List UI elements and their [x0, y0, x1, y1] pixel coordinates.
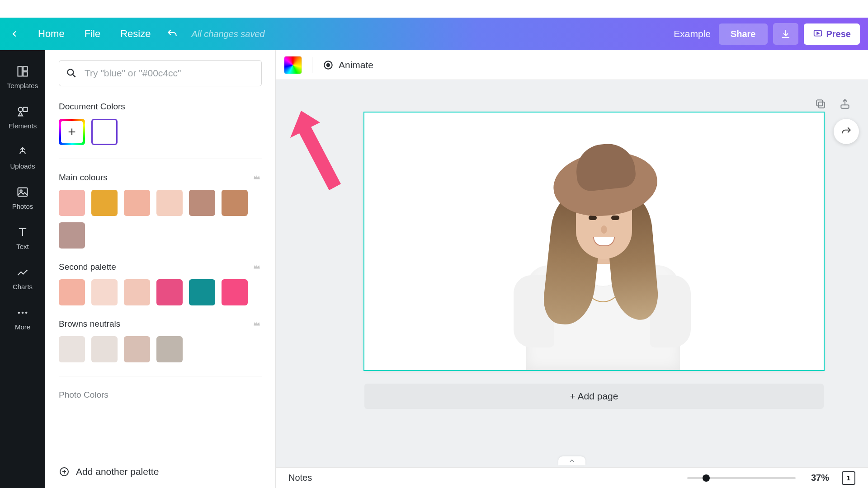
- color-swatch[interactable]: [124, 336, 150, 362]
- notes-button[interactable]: Notes: [288, 473, 312, 483]
- rail-more[interactable]: More: [0, 300, 45, 340]
- uploads-icon: [16, 145, 29, 159]
- text-icon: [16, 225, 29, 239]
- color-swatch[interactable]: [124, 190, 150, 216]
- color-swatch[interactable]: [91, 336, 118, 362]
- background-color-button[interactable]: [284, 56, 302, 74]
- svg-point-5: [19, 108, 23, 112]
- charts-icon: [16, 266, 29, 279]
- rail-label: More: [15, 323, 30, 331]
- add-color-button[interactable]: +: [59, 119, 85, 145]
- crown-icon: [253, 319, 262, 328]
- svg-line-14: [73, 75, 75, 77]
- add-page-button[interactable]: + Add page: [364, 384, 824, 409]
- toolbar-separator: [312, 57, 312, 73]
- zoom-value[interactable]: 37%: [811, 473, 829, 483]
- resize-menu[interactable]: Resize: [110, 28, 160, 40]
- tutorial-arrow: [288, 107, 351, 197]
- browns-title: Browns neutrals: [59, 319, 120, 329]
- svg-point-10: [18, 312, 20, 314]
- color-swatch[interactable]: [156, 279, 183, 305]
- svg-rect-4: [23, 72, 27, 76]
- save-status: All changes saved: [191, 29, 264, 39]
- templates-icon: [16, 65, 29, 78]
- doc-color-white[interactable]: [91, 119, 118, 145]
- color-swatch[interactable]: [222, 190, 248, 216]
- color-search-input[interactable]: [85, 68, 255, 79]
- svg-point-13: [67, 69, 73, 75]
- file-menu[interactable]: File: [75, 28, 110, 40]
- zoom-slider-knob[interactable]: [703, 474, 710, 482]
- svg-point-11: [22, 312, 24, 314]
- svg-rect-3: [23, 67, 27, 71]
- zoom-slider[interactable]: [687, 477, 796, 479]
- search-icon: [66, 67, 77, 79]
- rail-uploads[interactable]: Uploads: [0, 139, 45, 179]
- left-rail: Templates Elements Uploads Photos Text C…: [0, 50, 45, 488]
- svg-marker-7: [19, 112, 23, 116]
- color-swatch[interactable]: [91, 190, 118, 216]
- page-count[interactable]: 1: [842, 471, 855, 485]
- rail-label: Templates: [7, 82, 38, 89]
- home-menu[interactable]: Home: [28, 28, 75, 40]
- duplicate-page-button[interactable]: [815, 98, 828, 112]
- color-swatch[interactable]: [124, 279, 150, 305]
- canvas-photo[interactable]: [505, 140, 694, 370]
- color-swatch[interactable]: [91, 279, 118, 305]
- animate-button[interactable]: Animate: [322, 59, 373, 71]
- color-swatch[interactable]: [156, 190, 183, 216]
- rail-photos[interactable]: Photos: [0, 179, 45, 219]
- photos-icon: [16, 185, 29, 199]
- present-button[interactable]: Prese: [804, 23, 860, 45]
- rail-label: Elements: [9, 122, 37, 130]
- color-panel: Document Colors + Main colours Second pa…: [45, 50, 276, 488]
- svg-point-12: [25, 312, 28, 314]
- photo-colors-title: Photo Colors: [59, 390, 262, 400]
- add-palette-button[interactable]: Add another palette: [59, 466, 159, 477]
- svg-rect-2: [18, 67, 22, 76]
- share-button[interactable]: Share: [719, 23, 768, 45]
- crown-icon: [253, 173, 262, 182]
- color-swatch[interactable]: [59, 336, 85, 362]
- color-swatch[interactable]: [59, 279, 85, 305]
- color-search[interactable]: [59, 60, 262, 86]
- color-swatch[interactable]: [189, 279, 215, 305]
- svg-rect-8: [18, 188, 28, 197]
- color-swatch[interactable]: [59, 222, 85, 249]
- redo-float-button[interactable]: [834, 119, 859, 144]
- panel-expand-handle[interactable]: [558, 456, 585, 465]
- design-canvas[interactable]: [364, 113, 824, 370]
- share-page-button[interactable]: [839, 98, 853, 112]
- crown-icon: [253, 263, 262, 272]
- svg-marker-1: [817, 32, 819, 34]
- canvas-tools: [815, 98, 853, 112]
- svg-rect-6: [23, 108, 27, 112]
- rail-label: Photos: [12, 202, 33, 210]
- rail-text[interactable]: Text: [0, 219, 45, 259]
- second-palette-row: [59, 279, 262, 305]
- back-button[interactable]: [8, 28, 21, 40]
- rail-label: Uploads: [10, 162, 35, 170]
- rail-label: Text: [16, 243, 29, 250]
- rail-label: Charts: [13, 283, 33, 291]
- main-colours-row: [59, 190, 262, 249]
- divider: [59, 159, 262, 159]
- svg-rect-20: [819, 102, 825, 108]
- add-palette-label: Add another palette: [76, 466, 159, 477]
- divider: [59, 376, 262, 376]
- svg-marker-23: [290, 111, 341, 190]
- animate-label: Animate: [339, 60, 373, 70]
- rail-charts[interactable]: Charts: [0, 259, 45, 300]
- rail-elements[interactable]: Elements: [0, 99, 45, 139]
- design-title[interactable]: Example: [674, 28, 711, 39]
- color-swatch[interactable]: [59, 190, 85, 216]
- second-palette-title: Second palette: [59, 262, 116, 272]
- context-toolbar: Animate: [276, 50, 868, 80]
- rail-templates[interactable]: Templates: [0, 58, 45, 99]
- download-button[interactable]: [773, 23, 798, 45]
- undo-button[interactable]: [163, 25, 181, 43]
- color-swatch[interactable]: [222, 279, 248, 305]
- color-swatch[interactable]: [156, 336, 183, 362]
- present-label: Prese: [826, 29, 851, 39]
- color-swatch[interactable]: [189, 190, 215, 216]
